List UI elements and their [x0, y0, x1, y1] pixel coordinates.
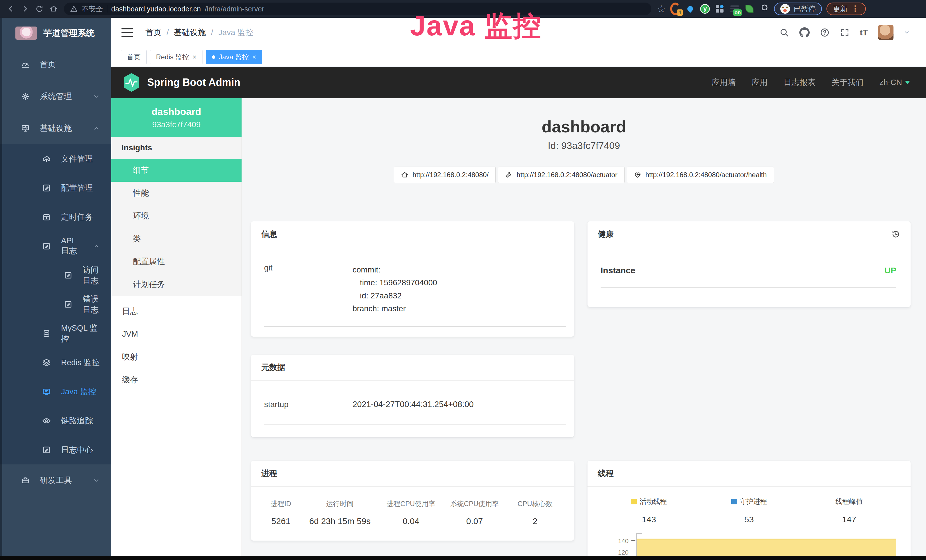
sba-body: dashboard 93a3fc7f7409 Insights 细节 性能 环境…	[111, 98, 926, 560]
sba-item-metrics[interactable]: 性能	[111, 182, 242, 204]
profile-emoji-icon	[780, 4, 790, 14]
extension-switch-icon[interactable]: on	[729, 4, 740, 14]
endpoint-home-link[interactable]: http://192.168.0.2:48080/	[394, 166, 496, 183]
extensions-puzzle-icon[interactable]	[759, 4, 769, 14]
metadata-card: 元数据 startup 2021-04-27T00:44:31.254+08:0…	[251, 354, 574, 437]
briefcase-icon	[21, 476, 30, 485]
sba-item-jvm[interactable]: JVM	[111, 322, 242, 345]
page-subtitle: Id: 93a3fc7f7409	[242, 140, 926, 151]
breadcrumb-home[interactable]: 首页	[145, 27, 162, 38]
breadcrumb-infrastructure[interactable]: 基础设施	[174, 27, 206, 38]
not-secure-warning-icon	[70, 5, 77, 12]
address-bar[interactable]: 不安全 dashboard.yudao.iocoder.cn/infra/adm…	[64, 3, 651, 15]
tab-redis-monitor[interactable]: Redis 监控 ×	[150, 50, 203, 64]
sba-instance-header[interactable]: dashboard 93a3fc7f7409	[111, 98, 242, 137]
endpoint-health-link[interactable]: http://192.168.0.2:48080/actuator/health	[627, 166, 774, 183]
tab-home[interactable]: 首页	[121, 50, 147, 64]
extension-orange-icon[interactable]: 1	[670, 4, 681, 14]
sidebar-item-system-mgmt[interactable]: 系统管理	[0, 80, 111, 112]
app-sidebar: 芋道管理系统 首页 系统管理 基础设施 文件管理 配置管理	[0, 18, 111, 560]
page-title: dashboard	[242, 117, 926, 136]
threads-card-title: 线程	[598, 468, 614, 479]
sba-link-wallboard[interactable]: 应用墙	[712, 77, 736, 88]
close-icon[interactable]: ×	[252, 53, 256, 61]
wrench-icon	[505, 171, 513, 179]
sba-item-details[interactable]: 细节	[111, 159, 242, 182]
sidebar-item-access-logs[interactable]: 访问日志	[0, 261, 111, 290]
metadata-key: startup	[264, 400, 353, 409]
bookmark-star-icon[interactable]: ☆	[657, 4, 666, 14]
github-icon[interactable]	[799, 27, 809, 38]
app-title: 芋道管理系统	[43, 27, 95, 39]
endpoint-actuator-link[interactable]: http://192.168.0.2:48080/actuator	[498, 166, 625, 183]
extension-y-icon[interactable]: y	[700, 4, 710, 14]
extension-pin-icon[interactable]	[685, 4, 695, 14]
back-icon[interactable]	[5, 3, 17, 15]
sba-item-logs[interactable]: 日志	[111, 300, 242, 322]
sba-item-caches[interactable]: 缓存	[111, 368, 242, 391]
caret-down-icon[interactable]	[904, 29, 910, 36]
screen-icon	[42, 387, 51, 396]
sidebar-item-mysql-monitor[interactable]: MySQL 监控	[0, 319, 111, 348]
sba-link-journal[interactable]: 日志报表	[784, 77, 816, 88]
sidebar-item-scheduled-jobs[interactable]: 定时任务	[0, 203, 111, 232]
chevron-down-icon	[905, 81, 910, 84]
close-icon[interactable]: ×	[192, 53, 197, 61]
font-size-icon[interactable]: tT	[860, 28, 868, 37]
search-icon[interactable]	[779, 28, 789, 37]
eye-icon	[42, 416, 51, 425]
home-icon[interactable]	[47, 3, 60, 15]
threads-legend: 活动线程 守护进程 线程峰值	[599, 497, 899, 506]
sidebar-item-redis-monitor[interactable]: Redis 监控	[0, 348, 111, 377]
forward-icon[interactable]	[19, 3, 31, 15]
reload-icon[interactable]	[33, 3, 45, 15]
sba-item-scheduled-tasks[interactable]: 计划任务	[111, 273, 242, 296]
tab-java-monitor[interactable]: Java 监控 ×	[206, 50, 262, 64]
chrome-update-button[interactable]: 更新 ⋮	[826, 3, 866, 15]
peak-threads-value: 147	[799, 515, 899, 524]
sba-item-classes[interactable]: 类	[111, 227, 242, 250]
sidebar-item-config-mgmt[interactable]: 配置管理	[0, 173, 111, 203]
browser-extensions-area: ☆ 1 y on 已暂停 更新 ⋮	[657, 3, 866, 15]
sidebar-item-tracing[interactable]: 链路追踪	[0, 406, 111, 435]
sba-link-about[interactable]: 关于我们	[832, 77, 864, 88]
kebab-menu-icon[interactable]: ⋮	[851, 5, 859, 13]
fullscreen-icon[interactable]	[840, 28, 850, 37]
sba-link-applications[interactable]: 应用	[752, 77, 768, 88]
sidebar-item-log-center[interactable]: 日志中心	[0, 435, 111, 465]
sidebar-item-file-mgmt[interactable]: 文件管理	[0, 144, 111, 173]
system-cpu: 0.07	[443, 516, 507, 526]
sidebar-item-dev-tools[interactable]: 研发工具	[0, 465, 111, 496]
app-logo-image	[15, 27, 37, 40]
sidebar-collapse-icon[interactable]	[121, 28, 133, 37]
sidebar-item-java-monitor[interactable]: Java 监控	[0, 377, 111, 406]
extension-leaf-icon[interactable]	[744, 4, 755, 14]
sba-brand[interactable]: Spring Boot Admin	[123, 73, 241, 92]
sidebar-item-infrastructure[interactable]: 基础设施	[0, 112, 111, 144]
update-label: 更新	[833, 4, 847, 14]
sba-nav-links: 应用墙 应用 日志报表 关于我们 zh-CN	[712, 77, 910, 88]
doc-edit-icon	[64, 300, 73, 309]
process-table-header: 进程ID 运行时间 进程CPU使用率 系统CPU使用率 CPU核心数	[261, 499, 564, 509]
legend-daemon-threads: 守护进程	[699, 497, 799, 506]
profile-paused-badge[interactable]: 已暂停	[774, 3, 822, 15]
sba-item-environment[interactable]: 环境	[111, 204, 242, 227]
sba-item-config-props[interactable]: 配置属性	[111, 250, 242, 273]
extension-grid-icon[interactable]	[715, 4, 725, 14]
sidebar-item-error-logs[interactable]: 错误日志	[0, 290, 111, 319]
instance-name: dashboard	[114, 106, 239, 117]
sidebar-item-api-logs[interactable]: API 日志	[0, 232, 111, 261]
app-logo-header[interactable]: 芋道管理系统	[0, 18, 111, 48]
process-cpu: 0.04	[379, 516, 443, 526]
paused-label: 已暂停	[793, 4, 816, 14]
user-avatar[interactable]	[878, 25, 893, 40]
sidebar-item-home[interactable]: 首页	[0, 48, 111, 80]
locale-selector[interactable]: zh-CN	[879, 78, 910, 87]
health-instance-row: Instance UP	[601, 247, 896, 288]
history-icon[interactable]	[891, 230, 900, 239]
help-icon[interactable]	[820, 28, 830, 37]
sba-navbar: Spring Boot Admin 应用墙 应用 日志报表 关于我们 zh-CN	[111, 67, 926, 98]
info-git-row: git commit: time: 1596289704000 id: 27aa…	[264, 247, 566, 327]
screenshot-annotation: Java 监控	[410, 8, 542, 45]
sba-item-mappings[interactable]: 映射	[111, 345, 242, 368]
